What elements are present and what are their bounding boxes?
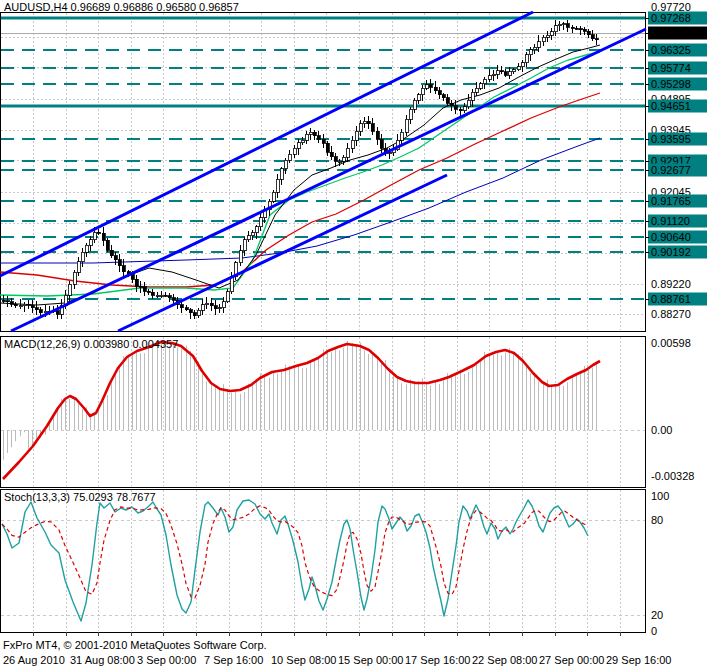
time-axis-label: 15 Sep 00:00 <box>338 654 403 666</box>
candle-down <box>97 232 100 233</box>
macd-histogram-bar <box>543 382 544 430</box>
candle-down <box>27 304 30 305</box>
macd-histogram-bar <box>132 355 133 430</box>
macd-histogram-bar <box>103 401 104 430</box>
candle-down <box>429 85 432 87</box>
macd-histogram-bar <box>352 343 353 430</box>
candle-down <box>102 233 105 240</box>
candle-down <box>139 286 142 287</box>
candle-down <box>330 152 333 157</box>
macd-histogram-bar <box>439 384 440 430</box>
macd-histogram-bar <box>123 356 124 430</box>
macd-histogram-bar <box>418 381 419 430</box>
candle-down <box>367 121 370 124</box>
mt4-chart[interactable]: 0.977200.948950.939450.920450.892200.882… <box>0 0 709 668</box>
price-axis-label: 0.89220 <box>651 278 691 290</box>
candle-up <box>272 192 275 201</box>
candle-up <box>533 47 536 50</box>
candle-up <box>525 55 528 63</box>
macd-histogram-bar <box>410 380 411 430</box>
candle-down <box>442 95 445 98</box>
stoch-label: Stoch(13,3,3) 75.0293 78.7677 <box>4 491 156 503</box>
macd-histogram-bar <box>505 353 506 430</box>
macd-histogram-bar <box>580 371 581 430</box>
candle-up <box>529 50 532 55</box>
macd-histogram-bar <box>15 430 16 441</box>
price-level-label: 0.91765 <box>651 195 691 207</box>
macd-histogram-bar <box>20 430 21 436</box>
candle-up <box>488 76 491 80</box>
macd-histogram-bar <box>269 378 270 430</box>
macd-histogram-bar <box>476 365 477 430</box>
macd-histogram-bar <box>455 373 456 430</box>
candle-up <box>77 262 80 273</box>
macd-histogram-bar <box>111 382 112 430</box>
macd-histogram-bar <box>202 374 203 430</box>
macd-histogram-bar <box>443 380 444 430</box>
macd-axis-label: 0.00 <box>651 424 672 436</box>
macd-histogram-bar <box>339 350 340 430</box>
price-level-label: 0.91120 <box>651 215 690 227</box>
time-axis-label: 31 Aug 08:00 <box>70 654 135 666</box>
candle-up <box>483 79 486 83</box>
macd-histogram-bar <box>206 382 207 430</box>
candle-up <box>297 143 300 149</box>
macd-histogram-bar <box>534 375 535 430</box>
stoch-axis-label: 100 <box>651 490 669 502</box>
candle-up <box>226 292 229 302</box>
candle-down <box>575 28 578 29</box>
macd-histogram-bar <box>136 351 137 430</box>
candle-down <box>595 39 598 40</box>
candle-down <box>114 256 117 260</box>
macd-histogram-bar <box>468 372 469 430</box>
candle-up <box>251 233 254 236</box>
candle-down <box>459 109 462 110</box>
candle-down <box>587 31 590 35</box>
macd-histogram-bar <box>372 353 373 430</box>
macd-histogram-bar <box>530 373 531 430</box>
macd-histogram-bar <box>592 368 593 430</box>
candle-up <box>554 26 557 32</box>
macd-histogram-bar <box>248 384 249 430</box>
macd-histogram-bar <box>559 383 560 430</box>
macd-histogram-bar <box>472 365 473 430</box>
macd-histogram-bar <box>314 360 315 430</box>
macd-histogram-bar <box>401 383 402 430</box>
macd-histogram-bar <box>211 382 212 430</box>
candle-down <box>579 29 582 30</box>
macd-histogram-bar <box>252 383 253 430</box>
macd-histogram-bar <box>173 344 174 430</box>
candle-down <box>172 298 175 301</box>
stoch-axis-label: 20 <box>651 609 663 621</box>
macd-histogram-bar <box>584 366 585 430</box>
macd-histogram-bar <box>306 368 307 430</box>
macd-histogram-bar <box>555 385 556 430</box>
candle-down <box>210 303 213 305</box>
macd-histogram-bar <box>277 374 278 430</box>
candle-up <box>81 252 84 262</box>
macd-histogram-bar <box>157 343 158 430</box>
time-axis-label: 10 Sep 08:00 <box>271 654 336 666</box>
macd-histogram-bar <box>368 354 369 430</box>
macd-histogram-bar <box>327 352 328 430</box>
stoch-panel[interactable] <box>1 490 646 633</box>
candle-down <box>147 291 150 292</box>
macd-label: MACD(12,26,9) 0.003980 0.004357 <box>4 338 178 350</box>
candle-up <box>222 302 225 308</box>
macd-histogram-bar <box>489 355 490 430</box>
macd-histogram-bar <box>572 375 573 430</box>
candle-down <box>2 300 5 301</box>
candle-up <box>512 70 515 72</box>
macd-histogram-bar <box>360 343 361 430</box>
candle-up <box>259 218 262 227</box>
candle-up <box>156 295 159 296</box>
candle-up <box>201 305 204 310</box>
candle-up <box>218 308 221 309</box>
candle-up <box>346 148 349 157</box>
macd-histogram-bar <box>393 374 394 430</box>
candle-down <box>164 295 167 296</box>
macd-histogram-bar <box>298 364 299 430</box>
macd-histogram-bar <box>518 354 519 430</box>
candle-down <box>380 139 383 148</box>
macd-histogram-bar <box>94 413 95 430</box>
